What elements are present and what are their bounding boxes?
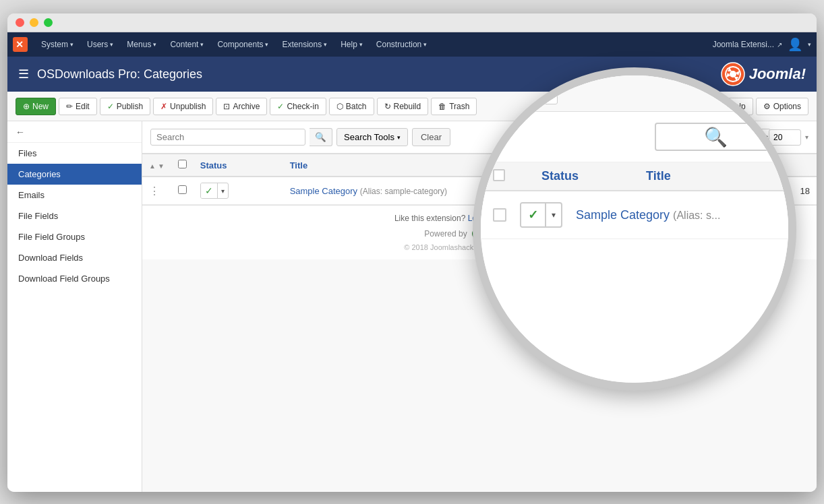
search-input[interactable] (156, 132, 299, 142)
check-icon: ✓ (107, 102, 114, 111)
trash-button[interactable]: 🗑 Trash (431, 98, 477, 115)
td-row-actions: ⋮ (142, 177, 171, 205)
edit-icon: ✏ (66, 102, 73, 111)
new-button[interactable]: ⊕ New (16, 98, 56, 115)
zoom-content: ✓ ·publish — pending — ▾ 🔍 (481, 75, 788, 383)
components-dropdown-icon: ▾ (265, 41, 268, 48)
sidebar-item-download-field-groups[interactable]: Download Field Groups (7, 268, 142, 289)
sort-up-icon: ▲ (149, 162, 156, 170)
plus-icon: ⊕ (23, 102, 30, 111)
archive-button[interactable]: ⊡ Archive (216, 98, 267, 115)
search-input-wrap (150, 129, 305, 146)
zoom-row-checkbox (493, 208, 506, 222)
checkin-button[interactable]: ✓ Check-in (270, 98, 326, 115)
menus-dropdown-icon: ▾ (153, 41, 156, 48)
zoom-table-row: ✓ ▾ Sample Category (Alias: s... (481, 191, 788, 239)
maximize-button[interactable] (44, 18, 53, 27)
zoom-search-icon: 🔍 (704, 126, 728, 148)
zoom-category-alias: (Alias: s... (673, 210, 720, 221)
zoom-check-icon: ✓ (500, 87, 509, 100)
nav-joomla-ext-link[interactable]: Joomla Extensi... ↗ (713, 40, 782, 49)
zoom-category-info: Sample Category (Alias: s... (576, 208, 720, 222)
zoom-overlay: ✓ ·publish — pending — ▾ 🔍 (473, 67, 796, 391)
user-icon[interactable]: 👤 (788, 37, 802, 52)
trash-icon: 🗑 (438, 102, 446, 111)
th-checkbox (171, 154, 194, 177)
top-nav: ✕ System ▾ Users ▾ Menus ▾ Content ▾ Com… (7, 32, 817, 57)
td-status: ✓ ▾ (194, 177, 283, 205)
construction-dropdown-icon: ▾ (423, 41, 427, 48)
minimize-button[interactable] (30, 18, 38, 27)
joomla-logo-icon: ✕ (13, 37, 28, 52)
zoom-status-dropdown-icon: ▾ (546, 206, 561, 224)
sidebar-item-emails[interactable]: Emails (7, 185, 142, 206)
title-bar (7, 13, 817, 32)
category-title-link[interactable]: Sample Category (290, 186, 360, 196)
hamburger-icon[interactable]: ☰ (18, 67, 29, 82)
batch-icon: ⬡ (336, 102, 343, 111)
edit-button[interactable]: ✏ Edit (59, 98, 97, 115)
select-all-checkbox[interactable] (178, 160, 187, 168)
zoom-search-box: 🔍 (655, 123, 776, 151)
search-tools-button[interactable]: Search Tools ▾ (336, 128, 408, 146)
zoom-status-button: ✓ ▾ (520, 202, 562, 228)
content-dropdown-icon: ▾ (200, 41, 204, 48)
per-page-stepper-icon: ▾ (805, 133, 808, 141)
zoom-status-check-icon: ✓ (521, 203, 546, 226)
search-icon: 🔍 (315, 132, 326, 142)
sidebar-item-download-fields[interactable]: Download Fields (7, 247, 142, 268)
batch-button[interactable]: ⬡ Batch (329, 98, 374, 115)
external-link-icon: ↗ (777, 41, 782, 49)
nav-right: Joomla Extensi... ↗ 👤 ▾ (713, 37, 811, 52)
nav-system[interactable]: System ▾ (36, 32, 79, 57)
nav-users[interactable]: Users ▾ (82, 32, 119, 57)
clear-button[interactable]: Clear (412, 128, 450, 146)
user-dropdown-icon: ▾ (808, 41, 811, 48)
zoom-toolbar-area: ✓ ·publish — pending — ▾ (481, 75, 788, 112)
nav-components[interactable]: Components ▾ (212, 32, 274, 57)
zoom-pending-dropdown-icon: ▾ (775, 89, 779, 98)
td-checkbox (171, 177, 194, 205)
checkin-icon: ✓ (277, 102, 284, 111)
x-icon: ✗ (160, 102, 167, 111)
zoom-publish-btn: ✓ ·publish (490, 82, 558, 104)
zoom-header-checkbox (493, 169, 505, 181)
zoom-th-title: Title (646, 169, 671, 183)
th-status[interactable]: Status (194, 154, 283, 177)
category-alias: (Alias: sample-category) (360, 187, 447, 196)
system-dropdown-icon: ▾ (70, 41, 73, 48)
nav-extensions[interactable]: Extensions ▾ (276, 32, 332, 57)
rebuild-icon: ↻ (384, 102, 391, 111)
row-checkbox[interactable] (178, 185, 187, 194)
close-button[interactable] (16, 18, 24, 27)
sort-down-icon: ▼ (158, 162, 165, 170)
search-submit-button[interactable]: 🔍 (310, 128, 332, 146)
unpublish-button[interactable]: ✗ Unpublish (153, 98, 213, 115)
help-dropdown-icon: ▾ (359, 41, 363, 48)
sidebar-back: ← (7, 121, 142, 143)
users-dropdown-icon: ▾ (110, 41, 113, 48)
row-actions-icon[interactable]: ⋮ (149, 185, 160, 197)
nav-construction[interactable]: Construction ▾ (371, 32, 432, 57)
sidebar-item-categories[interactable]: Categories (7, 164, 142, 185)
published-check-icon: ✓ (201, 183, 218, 198)
nav-help[interactable]: Help ▾ (335, 32, 368, 57)
rebuild-button[interactable]: ↻ Rebuild (377, 98, 429, 115)
sidebar-back-button[interactable]: ← (16, 127, 25, 137)
zoom-publish-label: ·publish (512, 88, 548, 99)
zoom-category-title: Sample Category (576, 208, 673, 222)
zoom-pending-area: — pending — ▾ (717, 88, 779, 98)
zoom-th-checkbox-area (493, 169, 508, 183)
status-dropdown-icon[interactable]: ▾ (218, 185, 228, 197)
nav-content[interactable]: Content ▾ (165, 32, 209, 57)
sidebar-item-files[interactable]: Files (7, 143, 142, 164)
nav-menus[interactable]: Menus ▾ (121, 32, 162, 57)
publish-button[interactable]: ✓ Publish (100, 98, 150, 115)
sidebar-item-file-field-groups[interactable]: File Field Groups (7, 226, 142, 247)
zoom-search-row: 🔍 (481, 112, 788, 162)
status-toggle[interactable]: ✓ ▾ (200, 183, 229, 199)
sidebar-item-file-fields[interactable]: File Fields (7, 206, 142, 226)
zoom-table-headers: Status Title (481, 162, 788, 191)
svg-text:✕: ✕ (16, 39, 24, 50)
main-window: ✕ System ▾ Users ▾ Menus ▾ Content ▾ Com… (7, 13, 817, 492)
